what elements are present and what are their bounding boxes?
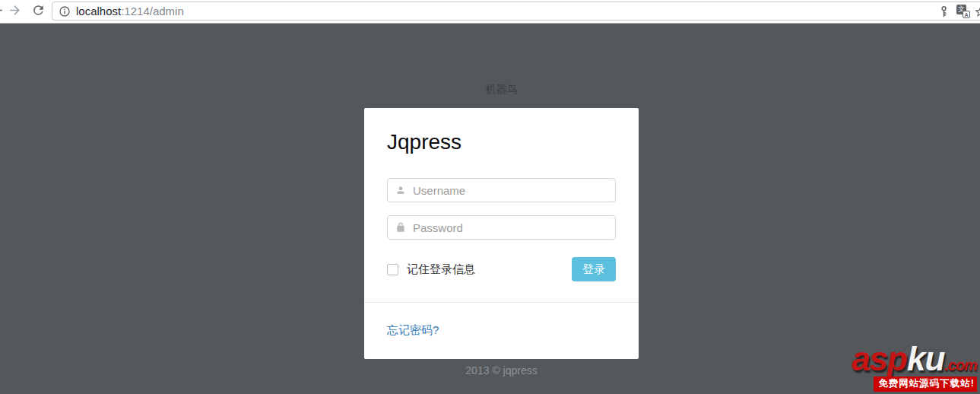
- browser-toolbar: localhost:1214/admin 文 A: [0, 0, 980, 24]
- page-info-icon[interactable]: [59, 5, 71, 17]
- password-input[interactable]: [413, 221, 607, 234]
- reload-button[interactable]: [30, 3, 46, 20]
- card-footer: 忘记密码?: [364, 302, 639, 359]
- lock-icon: [395, 222, 406, 233]
- password-field-group: [387, 215, 616, 240]
- logo-com: .com: [944, 357, 977, 373]
- forgot-password-link[interactable]: 忘记密码?: [387, 323, 439, 336]
- copyright-footer: 2013 © jqpress: [364, 364, 639, 377]
- site-label: 机器鸟: [364, 83, 639, 97]
- url-text[interactable]: localhost:1214/admin: [76, 5, 184, 17]
- remember-label[interactable]: 记住登录信息: [407, 262, 475, 277]
- aspku-logo: aspku.com: [852, 342, 977, 376]
- page-background: 机器鸟 Jqpress 记住登录信息 登录 忘记密码? 2013 © jqpre…: [0, 24, 980, 394]
- login-button[interactable]: 登录: [572, 257, 616, 281]
- back-button[interactable]: [0, 3, 5, 20]
- user-icon: [395, 185, 406, 195]
- translate-icon[interactable]: 文 A: [956, 5, 970, 18]
- translate-front-glyph: A: [963, 11, 970, 18]
- forward-button[interactable]: [6, 3, 23, 20]
- url-host: localhost: [76, 5, 121, 17]
- remember-checkbox[interactable]: [387, 264, 398, 275]
- username-input[interactable]: [413, 184, 607, 197]
- url-path: :1214/admin: [121, 5, 184, 17]
- forward-icon: [8, 3, 22, 20]
- login-card: Jqpress 记住登录信息 登录 忘记密码?: [364, 108, 639, 359]
- username-field-group: [387, 178, 616, 202]
- aspku-watermark: aspku.com 免费网站源码下载站!: [852, 342, 977, 392]
- bookmark-star-icon[interactable]: [974, 5, 980, 18]
- address-bar[interactable]: localhost:1214/admin: [52, 2, 980, 21]
- reload-icon: [31, 3, 46, 20]
- logo-asp: asp: [852, 340, 907, 377]
- watermark-tagline: 免费网站源码下载站!: [874, 377, 977, 392]
- login-title: Jqpress: [364, 108, 639, 157]
- back-icon: [0, 3, 5, 20]
- login-form-row: 记住登录信息 登录: [387, 257, 616, 281]
- logo-ku: ku: [907, 340, 944, 377]
- password-key-icon[interactable]: [937, 5, 950, 18]
